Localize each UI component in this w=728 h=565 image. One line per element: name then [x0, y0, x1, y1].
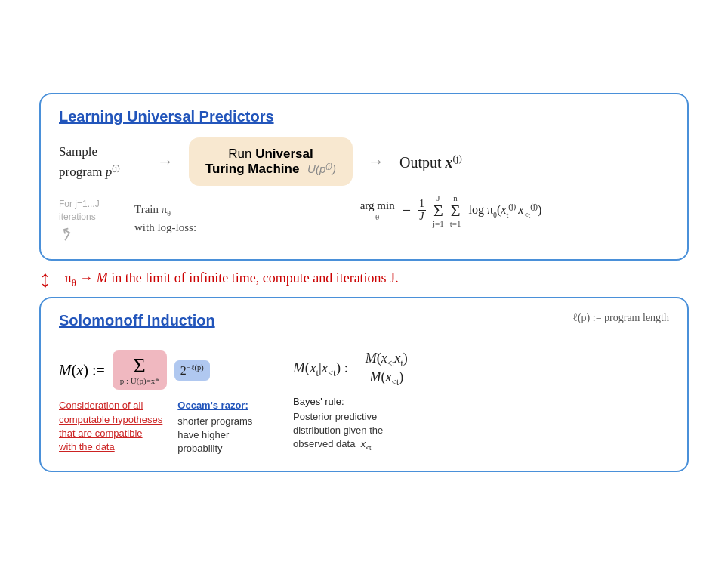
sum-J: J Σ j=1 [433, 193, 444, 228]
desc-block-3: Bayes' rule: Posterior predictivedistrib… [293, 395, 384, 453]
bottom-box-title: Solomonoff Induction [59, 312, 215, 329]
argmin-theta: θ [375, 212, 379, 221]
minus-sign: − [403, 202, 411, 219]
utm-formula: U(p(j)) [307, 162, 336, 175]
desc-computable-text: Consideration of allcomputable hypothese… [59, 399, 162, 454]
loss-formula: arg min θ − 1 J J Σ j=1 n Σ [360, 193, 542, 228]
main-container: Learning Universal Predictors Sampleprog… [39, 93, 689, 472]
output-text: Output x(j) [399, 153, 462, 171]
sum-n: n Σ t=1 [450, 193, 461, 228]
updown-arrow-icon: ↕ [39, 267, 51, 291]
arrow-to-output: → [368, 152, 384, 171]
utm-bold-label: UniversalTuring Machine [205, 147, 313, 176]
description-row: Consideration of allcomputable hypothese… [59, 399, 261, 455]
mx-label: M(x) := [59, 362, 105, 379]
solomonoff-row: M(x) := Σ p : U(p)=x* 2−ℓ(p) Considerati… [59, 350, 669, 455]
argmin-label: arg min [360, 199, 395, 212]
sample-program-text: Sampleprogram p(j) [59, 142, 142, 181]
iteration-label: For j=1...Jiterations [59, 198, 119, 224]
right-frac-den: M(x<t) [366, 369, 406, 387]
desc-block-2: Occam's razor: shorter programshave high… [177, 399, 261, 455]
sol-sum-sub: p : U(p)=x* [120, 376, 159, 385]
program-length-note: ℓ(p) := program length [572, 312, 669, 324]
curved-arrow-icon: ↱ [55, 223, 77, 247]
desc-bayes-body: Posterior predictivedistribution given t… [293, 410, 384, 453]
bottom-box: Solomonoff Induction ℓ(p) := program len… [39, 297, 689, 472]
arrow-to-utm: → [157, 152, 174, 171]
right-formula-lhs: M(xt|x<t) := [293, 360, 356, 379]
utm-box: Run UniversalTuring Machine U(p(j)) [189, 137, 353, 186]
flow-row: Sampleprogram p(j) → Run UniversalTuring… [59, 137, 669, 186]
bottom-flow-row: For j=1...Jiterations ↱ Train πθwith log… [59, 193, 669, 245]
top-box-title: Learning Universal Predictors [59, 108, 669, 125]
sol-right-formula: M(xt|x<t) := M(x<txt) M(x<t) [293, 350, 411, 387]
frac-1-J: 1 J [418, 198, 426, 223]
desc-block-1: Consideration of allcomputable hypothese… [59, 399, 162, 455]
bottom-header: Solomonoff Induction ℓ(p) := program len… [59, 312, 669, 341]
right-frac: M(x<txt) M(x<t) [362, 350, 411, 387]
middle-row: ⬡ ↕⬆ πθ → M in the limit of infinite tim… [39, 261, 689, 297]
train-text: Train πθwith log-loss: [134, 201, 225, 236]
right-frac-num: M(x<txt) [362, 350, 411, 369]
sol-sigma: Σ [134, 355, 146, 376]
sol-right: M(xt|x<t) := M(x<txt) M(x<t) Bayes' rule… [293, 350, 669, 452]
sol-mx-formula: M(x) := Σ p : U(p)=x* 2−ℓ(p) [59, 350, 210, 390]
desc-bayes-title: Bayes' rule: [293, 395, 384, 409]
sol-sum-block: Σ p : U(p)=x* [113, 350, 167, 390]
desc-occam-title: Occam's razor: [177, 399, 261, 412]
sol-exp: 2−ℓ(p) [174, 360, 210, 381]
middle-formula-text: πθ → M in the limit of infinite time, co… [65, 270, 399, 289]
desc-occam-body: shorter programshave higherprobability [177, 415, 261, 456]
sol-left: M(x) := Σ p : U(p)=x* 2−ℓ(p) Considerati… [59, 350, 270, 455]
top-box: Learning Universal Predictors Sampleprog… [39, 93, 689, 261]
formula-container: arg min θ − 1 J J Σ j=1 n Σ [233, 193, 669, 228]
utm-run-label: Run [228, 147, 255, 161]
log-formula: log πθ(xt(j)|x<t(j)) [468, 202, 541, 219]
